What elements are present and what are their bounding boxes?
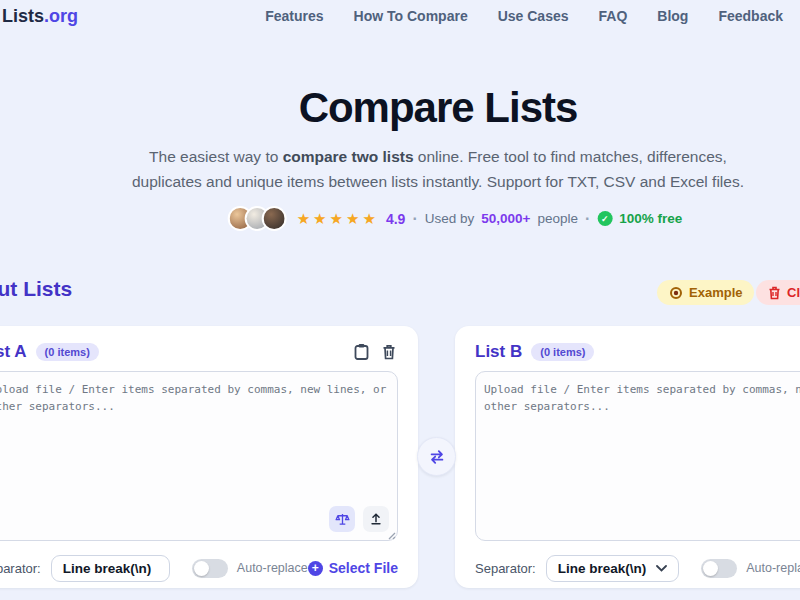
trash-icon [382, 344, 396, 360]
separator-select-b[interactable]: Line break(\n) [546, 555, 680, 582]
select-file-button-a[interactable]: + Select File [308, 560, 398, 576]
list-a-footer: Separator: Line break(\n) Auto-replace +… [0, 553, 398, 583]
list-b-input[interactable] [475, 371, 800, 541]
nav-link-how-to-compare[interactable]: How To Compare [354, 8, 468, 24]
list-a-panel: List A (0 items) [0, 326, 418, 588]
page-subtitle: The easiest way to compare two lists onl… [116, 144, 761, 194]
nav-link-blog[interactable]: Blog [657, 8, 688, 24]
people-text: people [537, 211, 578, 226]
list-a-count-badge: (0 items) [36, 343, 99, 361]
list-b-count-badge: (0 items) [531, 343, 594, 361]
user-count: 50,000+ [481, 211, 530, 226]
logo-name: Lists [2, 6, 44, 26]
nav-link-faq[interactable]: FAQ [599, 8, 628, 24]
list-b-header: List B (0 items) [475, 339, 800, 364]
chevron-down-icon [656, 565, 667, 572]
clear-all-button[interactable]: Clear All [756, 280, 800, 305]
user-avatars [228, 206, 287, 231]
list-a-header: List A (0 items) [0, 339, 398, 364]
separator-label: Separator: [0, 561, 41, 576]
page-title: Compare Lists [299, 84, 578, 132]
compare-tools-button[interactable] [329, 506, 355, 532]
list-b-title: List B [475, 342, 522, 362]
free-badge: 100% free [619, 211, 682, 226]
section-title-input-lists: Input Lists [0, 277, 72, 301]
separator-dot: · [585, 210, 590, 228]
nav-link-features[interactable]: Features [265, 8, 323, 24]
avatar [262, 206, 287, 231]
separator-dot: · [412, 210, 417, 228]
scales-icon [335, 512, 350, 527]
check-circle-icon: ✓ [597, 211, 612, 226]
separator-select-a[interactable]: Line break(\n) [51, 555, 170, 582]
swap-arrows-icon [428, 448, 446, 466]
nav-link-feedback[interactable]: Feedback [718, 8, 783, 24]
upload-file-button[interactable] [363, 506, 389, 532]
upload-icon [369, 512, 383, 526]
auto-replace-toggle-b[interactable] [701, 559, 737, 578]
delete-list-a-button[interactable] [380, 342, 398, 362]
logo-tld: .org [44, 6, 78, 26]
nav-link-use-cases[interactable]: Use Cases [498, 8, 569, 24]
logo[interactable]: Lists.org [2, 6, 78, 27]
used-by-text: Used by [425, 211, 475, 226]
top-nav: Features How To Compare Use Cases FAQ Bl… [265, 8, 783, 24]
clipboard-icon [354, 343, 369, 360]
list-b-footer: Separator: Line break(\n) Auto-replace [475, 553, 800, 583]
eye-icon [669, 286, 683, 300]
example-button[interactable]: Example [657, 280, 754, 305]
auto-replace-toggle-a[interactable] [192, 559, 228, 578]
resize-handle[interactable] [386, 530, 396, 540]
social-proof-row: ★★★★★ 4.9 · Used by 50,000+ people · ✓ 1… [228, 206, 683, 231]
auto-replace-label: Auto-replace [746, 561, 800, 575]
list-b-panel: List B (0 items) Separator: Line break(\… [455, 326, 800, 588]
rating-score: 4.9 [386, 211, 405, 227]
auto-replace-label: Auto-replace [237, 561, 308, 575]
copy-list-a-button[interactable] [352, 341, 371, 362]
star-rating-icons: ★★★★★ [297, 210, 379, 228]
trash-icon [768, 286, 781, 300]
list-a-title: List A [0, 342, 27, 362]
page: Lists.org Features How To Compare Use Ca… [0, 0, 800, 600]
plus-circle-icon: + [308, 561, 323, 576]
swap-lists-button[interactable] [417, 437, 456, 476]
separator-label: Separator: [475, 561, 536, 576]
